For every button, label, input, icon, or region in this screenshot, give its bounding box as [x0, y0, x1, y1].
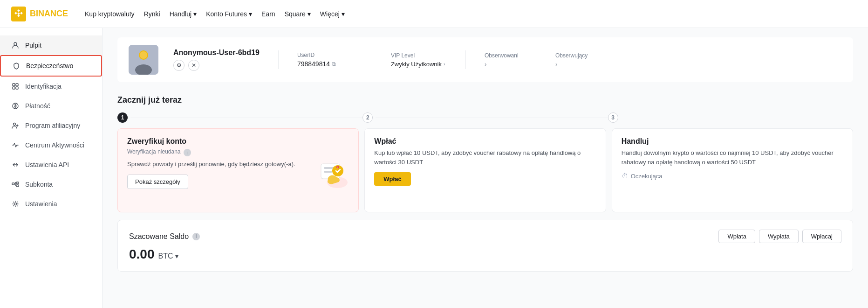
vip-value: Zwykły Użytkownik ›	[391, 61, 447, 68]
balance-header: Szacowane Saldo i Wpłata Wypłata Wpłacaj	[129, 230, 841, 243]
profile-name-block: Anonymous-User-6bd19 ⚙ ✕	[173, 49, 260, 71]
step-1-illustration: !	[312, 152, 349, 191]
sidebar-item-centrum[interactable]: Centrum Aktywności	[0, 135, 102, 155]
sidebar-item-platnosc[interactable]: Płatność	[0, 96, 102, 116]
person-icon	[11, 41, 20, 49]
sidebar-item-bezpieczenstwo[interactable]: Bezpieczeństwo	[0, 55, 102, 77]
wyplata-button[interactable]: Wypłata	[759, 230, 799, 243]
sidebar-item-pulpit[interactable]: Pulpit	[0, 35, 102, 55]
svg-rect-5	[16, 87, 18, 89]
copy-icon[interactable]: ⧉	[332, 61, 336, 67]
steps-bar: 1 2 3	[117, 112, 853, 123]
nav-handluj[interactable]: Handluj ▾	[170, 10, 197, 18]
sidebar-item-subkonta[interactable]: Subkonta	[0, 175, 102, 194]
chevron-down-icon: ▾	[193, 10, 197, 18]
step-2-title: Wpłać	[374, 137, 596, 146]
chevron-down-icon: ▾	[342, 10, 345, 18]
info-icon[interactable]: i	[184, 149, 191, 156]
sidebar-item-program[interactable]: Program afiliacyjny	[0, 116, 102, 135]
step-separator	[359, 128, 364, 212]
vip-level-link[interactable]: Zwykły Użytkownik	[391, 61, 442, 68]
wplacaj-button[interactable]: Wpłacaj	[802, 230, 841, 243]
balance-amount: 0.00 BTC ▾	[129, 247, 841, 262]
step-number-2: 2	[362, 112, 373, 123]
subkonta-icon	[11, 180, 20, 189]
avatar-background	[129, 45, 158, 75]
sidebar-item-label: Ustawienia API	[25, 161, 69, 168]
clock-icon: ⏱	[622, 172, 628, 180]
chevron-down-icon: ▾	[308, 10, 311, 18]
step-cards-row: Zweryfikuj konto Weryfikacja nieudana i …	[117, 128, 853, 212]
svg-rect-9	[16, 182, 19, 184]
nav-kup-kryptowaluty[interactable]: Kup kryptowaluty	[85, 10, 135, 18]
sidebar-item-label: Bezpieczeństwo	[26, 62, 73, 70]
sidebar-item-label: Program afiliacyjny	[25, 122, 80, 129]
profile-username: Anonymous-User-6bd19	[173, 49, 260, 57]
sidebar-item-identyfikacja[interactable]: Identyfikacja	[0, 77, 102, 96]
step-3-body: Handluj dowolnym krypto o wartości co na…	[622, 148, 843, 167]
chevron-down-icon[interactable]: ▾	[175, 252, 178, 260]
settings-action-btn[interactable]: ⚙	[173, 60, 185, 71]
balance-title: Szacowane Saldo i	[129, 232, 200, 241]
grid-icon	[11, 82, 20, 91]
profile-actions: ⚙ ✕	[173, 60, 260, 71]
svg-point-15	[140, 51, 147, 59]
wplate-button[interactable]: Wpłać	[374, 172, 410, 186]
step-1-title: Zweryfikuj konto	[127, 137, 349, 146]
userid-label: UserID	[297, 52, 353, 58]
nav-earn[interactable]: Earn	[261, 10, 275, 18]
activity-icon	[11, 141, 20, 149]
balance-section: Szacowane Saldo i Wpłata Wypłata Wpłacaj…	[117, 220, 853, 272]
sidebar-item-ustawienia[interactable]: Ustawienia	[0, 194, 102, 214]
start-section: Zacznij już teraz 1 2 3 Zwery	[117, 95, 853, 212]
step-separator	[606, 128, 612, 212]
sidebar: Pulpit Bezpieczeństwo Identyfikacja Płat…	[0, 28, 103, 308]
following-link[interactable]: ›	[555, 61, 557, 68]
balance-info-icon[interactable]: i	[192, 233, 200, 240]
svg-rect-19	[324, 171, 332, 173]
nav-square[interactable]: Square ▾	[285, 10, 311, 18]
close-action-btn[interactable]: ✕	[188, 60, 199, 71]
step-number-1: 1	[117, 112, 128, 123]
following-value: ›	[555, 61, 611, 68]
svg-rect-3	[16, 84, 18, 86]
balance-currency: BTC ▾	[158, 252, 178, 260]
sidebar-item-label: Pulpit	[25, 42, 41, 49]
nav-rynki[interactable]: Rynki	[144, 10, 160, 18]
step-card-3: Handluj Handluj dowolnym krypto o wartoś…	[612, 128, 853, 212]
svg-point-11	[14, 203, 17, 205]
avatar	[129, 45, 158, 75]
sidebar-item-label: Ustawienia	[25, 200, 57, 208]
following-label: Obserwujący	[555, 52, 611, 59]
waiting-label: ⏱ Oczekująca	[622, 172, 843, 180]
wplata-button[interactable]: Wpłata	[718, 230, 755, 243]
nav-wiecej[interactable]: Więcej ▾	[320, 10, 345, 18]
step-1-subtitle: Weryfikacja nieudana	[127, 148, 181, 155]
sidebar-item-api[interactable]: Ustawienia API	[0, 155, 102, 175]
step-card-2: Wpłać Kup lub wpłać 10 USDT, aby zdobyć …	[364, 128, 606, 212]
step-indicator-3: 3	[608, 112, 853, 123]
step-3-title: Handluj	[622, 137, 843, 146]
step-card-1: Zweryfikuj konto Weryfikacja nieudana i …	[117, 128, 359, 212]
person-add-icon	[11, 121, 20, 130]
profile-following-stat: Obserwujący ›	[555, 52, 611, 68]
step-line	[376, 118, 608, 118]
svg-text:!: !	[337, 166, 338, 169]
nav-konto-futures[interactable]: Konto Futures ▾	[206, 10, 252, 18]
logo[interactable]: BINANCE	[11, 7, 68, 21]
main-layout: Pulpit Bezpieczeństwo Identyfikacja Płat…	[0, 28, 868, 308]
balance-actions: Wpłata Wypłata Wpłacaj	[718, 230, 841, 243]
step-indicator-2: 2	[362, 112, 608, 123]
sidebar-item-label: Płatność	[25, 102, 50, 110]
observed-label: Obserwowani	[485, 52, 540, 59]
avatar-illustration	[129, 45, 158, 75]
profile-userid-stat: UserID 798849814 ⧉	[297, 52, 353, 68]
observed-link[interactable]: ›	[485, 61, 486, 68]
show-details-button[interactable]: Pokaż szczegóły	[127, 175, 188, 189]
divider	[372, 50, 372, 69]
step-2-body: Kup lub wpłać 10 USDT, aby zdobyć vouche…	[374, 148, 596, 167]
section-title: Zacznij już teraz	[117, 95, 853, 105]
sidebar-item-label: Subkonta	[25, 181, 53, 188]
userid-value: 798849814 ⧉	[297, 60, 353, 68]
top-navigation: BINANCE Kup kryptowaluty Rynki Handluj ▾…	[0, 0, 868, 28]
